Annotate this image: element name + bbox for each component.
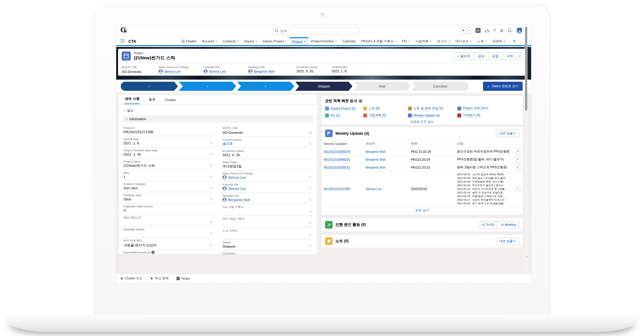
delete-button[interactable]: 삭제	[502, 52, 517, 60]
follow-button[interactable]: +팔로우	[453, 52, 474, 60]
tab-projecttimeline[interactable]: ProjectTimeline∨	[308, 37, 340, 45]
scrollbar-down-arrow[interactable]: ▾	[526, 256, 527, 258]
tab-activity[interactable]: 활동	[149, 97, 156, 104]
favorites-caret-icon[interactable]: ▾	[467, 28, 472, 34]
record-link[interactable]: WU202103098261	[324, 158, 350, 162]
record-link[interactable]: WU202103038151	[324, 166, 350, 170]
fields-section-toggle[interactable]: ∨ 필드	[119, 104, 317, 115]
change-record-type-icon[interactable]: ⇄	[309, 131, 312, 135]
column-header[interactable]: 내용	[455, 140, 513, 148]
information-section-header[interactable]: ∨ Information	[123, 115, 313, 123]
quick-link-business-plan[interactable]: 사업계획 (6)	[363, 113, 406, 118]
tab-inquiry[interactable]: Inquiry∨	[242, 37, 260, 45]
quick-link-inquiry-project[interactable]: Inquiry Project (0)	[325, 106, 361, 111]
info-icon[interactable]: i	[359, 99, 362, 103]
user-avatar[interactable]	[516, 27, 523, 34]
tab-calendar[interactable]: Calendar	[340, 37, 359, 45]
edit-icon[interactable]: ✎	[309, 222, 312, 226]
edit-icon[interactable]: ✎	[210, 153, 213, 156]
user-link[interactable]: Benjamin Noh	[366, 158, 386, 161]
global-add-icon[interactable]: +	[475, 28, 481, 33]
user-link[interactable]: Benjamin Noh	[366, 150, 386, 153]
user-link[interactable]: Sienna Lee	[209, 70, 226, 74]
favorites-star-icon[interactable]: ★	[460, 28, 467, 34]
tab-dashboards[interactable]: 대시보드∨	[453, 37, 475, 45]
edit-icon[interactable]: ✎	[309, 233, 312, 237]
tab-reports[interactable]: 보고서∨	[434, 37, 453, 45]
new-meeting-button[interactable]: 새 Meeting	[497, 221, 519, 229]
edit-icon[interactable]: ✎	[210, 175, 213, 179]
edit-icon[interactable]: ✎	[210, 141, 213, 145]
user-link[interactable]: Benjamin Noh	[366, 166, 386, 169]
tab-details[interactable]: 세부 사항	[125, 97, 140, 104]
new-todo-button[interactable]: 새 To-Do	[478, 221, 498, 229]
user-link[interactable]: Sienna Lee	[366, 187, 382, 191]
weekly-new-button[interactable]: 새로 만들기	[496, 130, 519, 137]
edit-icon[interactable]: ✎	[210, 186, 213, 190]
account-link[interactable]: 골프존	[222, 141, 233, 146]
edit-icon[interactable]: ✎	[210, 220, 213, 224]
user-link[interactable]: Benjamin Noh	[228, 198, 250, 202]
quick-link-purchase-cost[interactable]: 구매원가 (0)	[457, 113, 519, 118]
column-header[interactable]: 작성자	[363, 140, 409, 148]
edit-icon[interactable]: ✎	[210, 243, 213, 247]
edit-icon[interactable]: ✎	[309, 187, 312, 191]
edit-icon[interactable]: ✎	[309, 198, 312, 202]
notes-new-button[interactable]: 새로 만들기	[496, 238, 519, 245]
edit-icon[interactable]: ✎	[210, 197, 213, 201]
help-icon[interactable]: ?	[494, 28, 496, 33]
tab-account[interactable]: Account∨	[199, 37, 220, 45]
share-button[interactable]: 공유	[474, 52, 488, 60]
path-stage-hold[interactable]: Hold	[353, 82, 411, 91]
user-link[interactable]: Benjamin Noh	[254, 70, 274, 74]
edit-icon[interactable]: ✎	[309, 176, 312, 180]
tab-project[interactable]: Project∨	[290, 37, 308, 45]
view-all-link[interactable]: 모두 보기	[321, 207, 523, 215]
row-actions-caret[interactable]: ▾	[515, 186, 521, 192]
app-launcher-icon[interactable]	[120, 39, 125, 43]
column-header[interactable]: 제목	[409, 140, 455, 148]
path-stage-1[interactable]: ✓	[121, 82, 178, 91]
quick-link-project-history[interactable]: Project 내역 (10+)	[457, 106, 519, 111]
scrollbar-thumb[interactable]	[525, 27, 527, 110]
notifications-bell-icon[interactable]	[508, 28, 512, 33]
quick-link-notes[interactable]: 노트 (0)	[363, 106, 406, 111]
user-link[interactable]: Sienna Lee	[228, 187, 246, 191]
edit-icon[interactable]: ✎	[309, 142, 312, 146]
utility-notes[interactable]: Notes	[176, 277, 190, 280]
tab-chatter-detail[interactable]: Chatter	[165, 98, 176, 104]
edit-button[interactable]: 편집	[488, 52, 503, 60]
path-stage-3[interactable]: ✓	[237, 82, 294, 91]
info-icon[interactable]: i	[151, 251, 155, 254]
show-all-link[interactable]: (13)개 모두 표시	[325, 120, 519, 124]
path-stage-2[interactable]: ✓	[179, 82, 236, 91]
quick-link-po[interactable]: PO (2)	[325, 113, 361, 118]
utility-chatter-feed[interactable]: Chatter 피드	[120, 276, 143, 281]
tab-chatter[interactable]: Chatter	[179, 37, 199, 45]
user-link[interactable]: Sienna Lee	[164, 70, 181, 74]
record-link[interactable]: WU202102187990	[324, 187, 350, 191]
tab-business-plan[interactable]: 사업계획∨	[412, 37, 434, 45]
record-link[interactable]: WU202103298376	[324, 150, 350, 154]
utility-recent-items[interactable]: 최근 항목	[150, 276, 169, 281]
quick-link-weekly-update[interactable]: Weekly Update (4)	[408, 113, 455, 118]
tab-more[interactable]: 자세히▾	[490, 37, 508, 45]
tab-po[interactable]: PO∨	[399, 37, 413, 45]
tab-pkg-fla-plan[interactable]: PKG/FLA 개발 기획서∨	[359, 37, 399, 45]
row-actions-caret[interactable]: ▾	[515, 157, 521, 162]
path-stage-cancelled[interactable]: Cancelled	[412, 82, 469, 91]
user-link[interactable]: Sienna Lee	[228, 176, 246, 180]
more-actions-caret[interactable]: ▾	[517, 52, 523, 60]
row-actions-caret[interactable]: ▾	[515, 165, 521, 170]
column-header[interactable]: Weekly Update#	[321, 140, 363, 148]
tab-notes[interactable]: 노트∨	[475, 37, 490, 45]
tab-contacts[interactable]: Contacts∨	[220, 37, 241, 45]
path-stage-shipped[interactable]: Shipped	[295, 82, 353, 91]
edit-icon[interactable]: ✎	[210, 164, 213, 168]
row-actions-caret[interactable]: ▾	[515, 149, 521, 154]
tab-inquiry-project[interactable]: Inquiry Project∨	[260, 37, 290, 45]
mark-status-complete-button[interactable]: ✓ Status 완료로 표시	[483, 82, 523, 91]
trailhead-icon[interactable]	[485, 28, 490, 32]
edit-icon[interactable]: ✎	[309, 210, 312, 214]
search-input[interactable]	[273, 27, 359, 35]
